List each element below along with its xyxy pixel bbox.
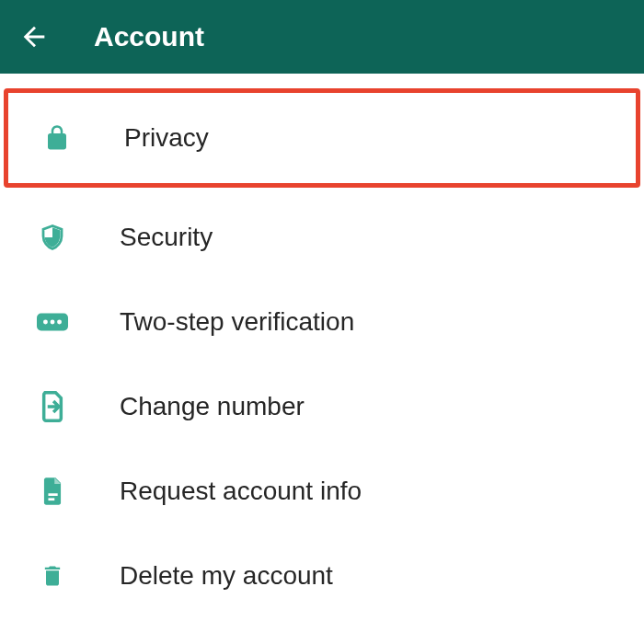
svg-rect-4	[48, 493, 57, 496]
page-title: Account	[94, 21, 204, 52]
sim-arrow-icon	[37, 391, 68, 422]
back-button[interactable]	[18, 21, 50, 52]
item-label: Change number	[120, 392, 305, 421]
item-label: Privacy	[124, 123, 209, 153]
list-item-privacy[interactable]: Privacy	[4, 88, 640, 188]
list-item-delete-account[interactable]: Delete my account	[0, 534, 644, 618]
item-label: Security	[120, 223, 213, 252]
item-label: Two-step verification	[120, 307, 354, 337]
dots-icon	[37, 306, 68, 338]
list-item-request-info[interactable]: Request account info	[0, 449, 644, 534]
svg-point-1	[43, 320, 48, 325]
svg-rect-5	[48, 498, 54, 500]
header: Account	[0, 0, 644, 74]
list-item-two-step[interactable]: Two-step verification	[0, 280, 644, 364]
document-icon	[37, 476, 68, 507]
list-item-change-number[interactable]: Change number	[0, 364, 644, 449]
svg-point-2	[51, 320, 55, 325]
trash-icon	[37, 560, 68, 592]
item-label: Delete my account	[120, 561, 333, 591]
item-label: Request account info	[120, 477, 362, 506]
arrow-left-icon	[18, 21, 50, 52]
list-item-security[interactable]: Security	[0, 195, 644, 280]
settings-list: Privacy Security Two-step verif	[0, 74, 644, 618]
svg-point-3	[57, 320, 62, 325]
shield-icon	[37, 222, 68, 253]
lock-icon	[41, 122, 73, 154]
